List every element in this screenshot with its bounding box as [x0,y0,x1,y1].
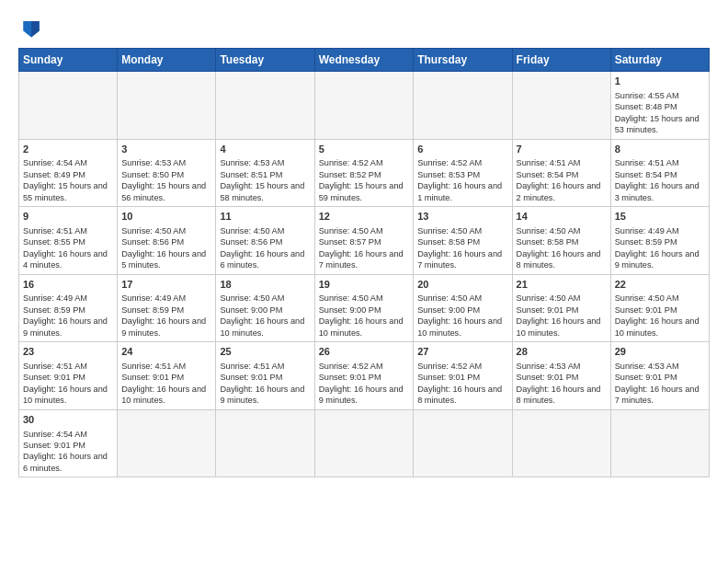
calendar-week-2: 2Sunrise: 4:54 AM Sunset: 8:49 PM Daylig… [19,139,710,207]
day-info: Sunrise: 4:51 AM Sunset: 8:54 PM Dayligh… [615,157,705,203]
calendar-cell [512,72,610,140]
calendar-cell: 27Sunrise: 4:52 AM Sunset: 9:01 PM Dayli… [414,342,512,410]
day-number: 16 [23,278,113,292]
page-header [18,15,710,40]
calendar-cell [118,72,216,140]
day-number: 8 [615,143,705,156]
day-info: Sunrise: 4:49 AM Sunset: 8:59 PM Dayligh… [615,225,705,271]
day-info: Sunrise: 4:51 AM Sunset: 8:55 PM Dayligh… [23,225,113,271]
day-info: Sunrise: 4:50 AM Sunset: 8:57 PM Dayligh… [319,225,410,271]
calendar-cell [610,409,709,477]
weekday-header-friday: Friday [512,49,610,72]
day-info: Sunrise: 4:51 AM Sunset: 9:01 PM Dayligh… [23,361,113,407]
day-info: Sunrise: 4:50 AM Sunset: 8:58 PM Dayligh… [517,225,607,271]
day-number: 6 [417,143,507,156]
calendar-cell: 23Sunrise: 4:51 AM Sunset: 9:01 PM Dayli… [19,342,118,410]
calendar-cell: 29Sunrise: 4:53 AM Sunset: 9:01 PM Dayli… [610,342,709,410]
calendar-cell [216,72,314,140]
weekday-header-sunday: Sunday [19,49,118,72]
day-number: 28 [517,345,607,359]
calendar-cell: 10Sunrise: 4:50 AM Sunset: 8:56 PM Dayli… [118,207,216,275]
calendar-cell: 14Sunrise: 4:50 AM Sunset: 8:58 PM Dayli… [512,207,610,275]
day-number: 27 [417,345,507,359]
calendar-cell: 1Sunrise: 4:55 AM Sunset: 8:48 PM Daylig… [610,72,709,140]
calendar-cell: 11Sunrise: 4:50 AM Sunset: 8:56 PM Dayli… [216,207,314,275]
day-number: 29 [615,345,705,359]
calendar-cell: 24Sunrise: 4:51 AM Sunset: 9:01 PM Dayli… [118,342,216,410]
day-info: Sunrise: 4:51 AM Sunset: 8:54 PM Dayligh… [517,157,607,203]
day-info: Sunrise: 4:49 AM Sunset: 8:59 PM Dayligh… [121,293,211,339]
calendar-cell: 2Sunrise: 4:54 AM Sunset: 8:49 PM Daylig… [19,139,118,207]
calendar-cell: 21Sunrise: 4:50 AM Sunset: 9:01 PM Dayli… [512,274,610,342]
calendar-week-5: 23Sunrise: 4:51 AM Sunset: 9:01 PM Dayli… [19,342,710,410]
calendar-cell: 12Sunrise: 4:50 AM Sunset: 8:57 PM Dayli… [314,207,414,275]
calendar-cell: 25Sunrise: 4:51 AM Sunset: 9:01 PM Dayli… [216,342,314,410]
calendar-body: 1Sunrise: 4:55 AM Sunset: 8:48 PM Daylig… [19,72,710,477]
day-number: 11 [220,210,310,224]
logo-icon [18,15,44,40]
day-info: Sunrise: 4:54 AM Sunset: 9:01 PM Dayligh… [23,429,113,475]
weekday-header-row: SundayMondayTuesdayWednesdayThursdayFrid… [19,49,710,72]
day-info: Sunrise: 4:54 AM Sunset: 8:49 PM Dayligh… [23,157,113,203]
day-info: Sunrise: 4:53 AM Sunset: 9:01 PM Dayligh… [615,361,705,407]
calendar-cell [414,409,512,477]
day-info: Sunrise: 4:52 AM Sunset: 8:52 PM Dayligh… [319,157,410,203]
day-number: 18 [220,278,310,292]
logo [18,15,48,40]
day-number: 10 [121,210,211,224]
calendar-cell: 3Sunrise: 4:53 AM Sunset: 8:50 PM Daylig… [118,139,216,207]
calendar-cell: 4Sunrise: 4:53 AM Sunset: 8:51 PM Daylig… [216,139,314,207]
calendar-cell: 16Sunrise: 4:49 AM Sunset: 8:59 PM Dayli… [19,274,118,342]
calendar-cell: 20Sunrise: 4:50 AM Sunset: 9:00 PM Dayli… [414,274,512,342]
day-number: 15 [615,210,705,224]
calendar-cell [19,72,118,140]
calendar-cell: 18Sunrise: 4:50 AM Sunset: 9:00 PM Dayli… [216,274,314,342]
day-info: Sunrise: 4:50 AM Sunset: 9:00 PM Dayligh… [417,293,507,339]
calendar-cell: 19Sunrise: 4:50 AM Sunset: 9:00 PM Dayli… [314,274,414,342]
weekday-header-saturday: Saturday [610,49,709,72]
day-number: 19 [319,278,410,292]
day-number: 5 [319,143,410,156]
calendar-cell: 15Sunrise: 4:49 AM Sunset: 8:59 PM Dayli… [610,207,709,275]
day-info: Sunrise: 4:50 AM Sunset: 9:00 PM Dayligh… [220,293,310,339]
day-info: Sunrise: 4:50 AM Sunset: 8:56 PM Dayligh… [121,225,211,271]
day-number: 21 [517,278,607,292]
day-info: Sunrise: 4:53 AM Sunset: 8:51 PM Dayligh… [220,157,310,203]
day-info: Sunrise: 4:50 AM Sunset: 9:00 PM Dayligh… [319,293,410,339]
day-info: Sunrise: 4:52 AM Sunset: 9:01 PM Dayligh… [319,361,410,407]
calendar-cell: 17Sunrise: 4:49 AM Sunset: 8:59 PM Dayli… [118,274,216,342]
weekday-header-monday: Monday [118,49,216,72]
day-info: Sunrise: 4:52 AM Sunset: 9:01 PM Dayligh… [417,361,507,407]
day-info: Sunrise: 4:52 AM Sunset: 8:53 PM Dayligh… [417,157,507,203]
day-number: 24 [121,345,211,359]
day-info: Sunrise: 4:51 AM Sunset: 9:01 PM Dayligh… [121,361,211,407]
day-number: 3 [121,143,211,156]
day-info: Sunrise: 4:49 AM Sunset: 8:59 PM Dayligh… [23,293,113,339]
day-info: Sunrise: 4:50 AM Sunset: 8:56 PM Dayligh… [220,225,310,271]
calendar-cell [216,409,314,477]
day-info: Sunrise: 4:51 AM Sunset: 9:01 PM Dayligh… [220,361,310,407]
calendar-week-3: 9Sunrise: 4:51 AM Sunset: 8:55 PM Daylig… [19,207,710,275]
calendar-table: SundayMondayTuesdayWednesdayThursdayFrid… [18,48,710,477]
day-number: 2 [23,143,113,156]
calendar-cell: 6Sunrise: 4:52 AM Sunset: 8:53 PM Daylig… [414,139,512,207]
weekday-header-tuesday: Tuesday [216,49,314,72]
calendar-cell [512,409,610,477]
day-info: Sunrise: 4:53 AM Sunset: 9:01 PM Dayligh… [517,361,607,407]
day-number: 23 [23,345,113,359]
day-number: 20 [417,278,507,292]
calendar-cell: 5Sunrise: 4:52 AM Sunset: 8:52 PM Daylig… [314,139,414,207]
calendar-cell: 9Sunrise: 4:51 AM Sunset: 8:55 PM Daylig… [19,207,118,275]
calendar-cell [314,409,414,477]
day-number: 26 [319,345,410,359]
calendar-cell: 8Sunrise: 4:51 AM Sunset: 8:54 PM Daylig… [610,139,709,207]
weekday-header-thursday: Thursday [414,49,512,72]
day-number: 7 [517,143,607,156]
day-number: 4 [220,143,310,156]
svg-marker-1 [31,21,40,38]
calendar-cell: 22Sunrise: 4:50 AM Sunset: 9:01 PM Dayli… [610,274,709,342]
day-info: Sunrise: 4:50 AM Sunset: 9:01 PM Dayligh… [615,293,705,339]
day-info: Sunrise: 4:50 AM Sunset: 8:58 PM Dayligh… [417,225,507,271]
calendar-cell: 13Sunrise: 4:50 AM Sunset: 8:58 PM Dayli… [414,207,512,275]
calendar-cell [314,72,414,140]
